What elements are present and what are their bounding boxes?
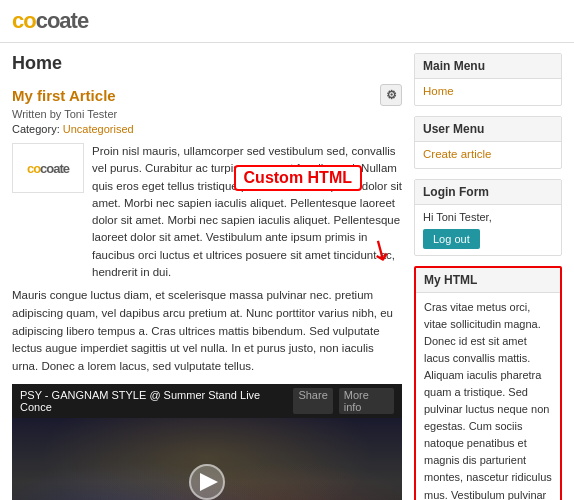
article-para2: Mauris congue luctus diam, et scelerisqu… [12,287,402,376]
article-text-top: Proin nisl mauris, ullamcorper sed vesti… [92,143,402,281]
main-menu-content: Home [415,79,561,105]
category-label: Category: [12,123,60,135]
login-form-title: Login Form [415,180,561,205]
header: cocoate [0,0,574,43]
my-html-title: My HTML [416,268,560,293]
video-actions: Share More info [293,388,394,414]
create-article-link[interactable]: Create article [423,148,553,160]
video-title: PSY - GANGNAM STYLE @ Summer Stand Live … [20,389,293,413]
page-title: Home [12,53,402,74]
article-category: Category: Uncategorised [12,123,402,135]
user-menu-title: User Menu [415,117,561,142]
category-link[interactable]: Uncategorised [63,123,134,135]
more-info-link[interactable]: More info [339,388,394,414]
article-title: My first Article [12,87,116,104]
custom-html-badge: Custom HTML [234,165,362,191]
play-button[interactable] [189,464,225,500]
video-embed: PSY - GANGNAM STYLE @ Summer Stand Live … [12,384,402,500]
my-html-box: My HTML Cras vitae metus orci, vitae sol… [414,266,562,500]
login-form-box: Login Form Hi Toni Tester, Log out [414,179,562,256]
login-form-content: Hi Toni Tester, Log out [415,205,561,255]
login-greeting: Hi Toni Tester, [423,211,553,223]
main-menu-title: Main Menu [415,54,561,79]
main-menu-box: Main Menu Home [414,53,562,106]
logo: cocoate [12,8,562,34]
article-inline-logo: cocoate [12,143,84,193]
my-html-content: Cras vitae metus orci, vitae sollicitudi… [416,293,560,500]
sidebar: Main Menu Home User Menu Create article … [414,53,562,500]
logout-button[interactable]: Log out [423,229,480,249]
main-content: Home My first Article ⚙ Written by Toni … [12,53,402,500]
user-menu-content: Create article [415,142,561,168]
user-menu-box: User Menu Create article [414,116,562,169]
video-thumbnail[interactable] [12,418,402,500]
article-body: cocoate Proin nisl mauris, ullamcorper s… [12,143,402,500]
gear-icon[interactable]: ⚙ [380,84,402,106]
article-header: My first Article ⚙ [12,84,402,106]
article-meta: Written by Toni Tester [12,108,402,120]
menu-item-home[interactable]: Home [423,85,553,97]
share-link[interactable]: Share [293,388,332,414]
video-title-bar: PSY - GANGNAM STYLE @ Summer Stand Live … [12,384,402,418]
